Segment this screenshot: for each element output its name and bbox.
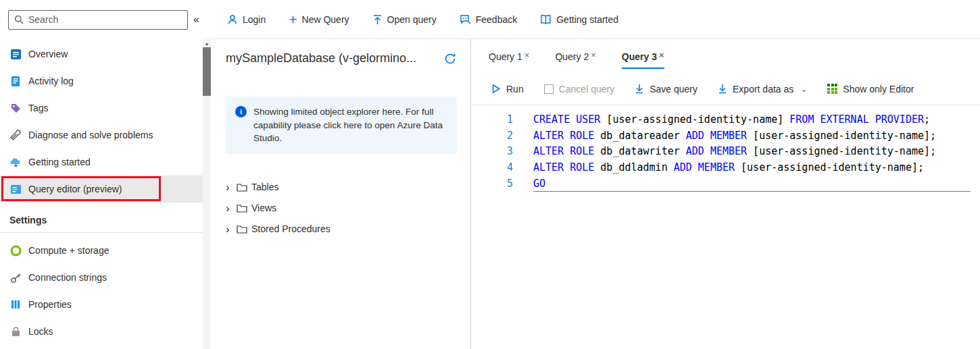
- login-button[interactable]: Login: [227, 14, 266, 25]
- database-title: mySampleDatabase (v-gelormino...: [226, 51, 416, 65]
- tree-item-tables[interactable]: › Tables: [226, 177, 457, 198]
- settings-section-header: Settings: [0, 203, 203, 233]
- close-icon[interactable]: ×: [659, 51, 664, 59]
- sidebar-item-label: Locks: [28, 326, 53, 337]
- export-data-button[interactable]: Export data as ⌄: [718, 84, 807, 95]
- close-icon[interactable]: ×: [591, 51, 596, 59]
- sidebar-item-overview[interactable]: Overview: [0, 41, 204, 68]
- sidebar-item-connection-strings[interactable]: Connection strings: [0, 264, 204, 291]
- sidebar-item-query-editor[interactable]: Query editor (preview): [0, 176, 204, 203]
- cancel-query-label: Cancel query: [559, 84, 615, 95]
- play-icon: [491, 84, 501, 94]
- sidebar-item-label: Tags: [28, 103, 49, 113]
- run-label: Run: [506, 84, 524, 95]
- code-line[interactable]: 4 ALTER ROLE db_ddladmin ADD MEMBER [use…: [471, 160, 980, 176]
- book-icon: [540, 14, 552, 25]
- info-banner: i Showing limited object explorer here. …: [226, 97, 457, 154]
- sql-database-icon: [9, 48, 22, 60]
- lock-icon: [9, 325, 22, 338]
- tab-label: Query 2: [555, 51, 589, 62]
- tab-query-2[interactable]: Query 2 ×: [555, 51, 595, 69]
- open-query-button[interactable]: Open query: [372, 14, 437, 25]
- plus-icon: +: [289, 12, 297, 26]
- getting-started-button[interactable]: Getting started: [540, 14, 618, 25]
- app-window: « Overview Activity log Tags: [0, 0, 980, 349]
- sidebar-item-tags[interactable]: Tags: [0, 95, 204, 122]
- info-banner-text: Showing limited object explorer here. Fo…: [253, 105, 447, 145]
- run-button[interactable]: Run: [491, 84, 524, 95]
- feedback-button[interactable]: Feedback: [460, 14, 517, 25]
- sidebar-item-getting-started[interactable]: Getting started: [0, 149, 204, 176]
- line-number: 2: [471, 128, 513, 144]
- info-icon: i: [235, 106, 247, 117]
- stop-icon: [544, 84, 554, 94]
- object-tree: › Tables › Views ›: [226, 177, 457, 240]
- person-icon: [227, 14, 238, 25]
- new-query-button[interactable]: + New Query: [289, 12, 349, 26]
- editor-toolbar: Run Cancel query Save query: [471, 73, 980, 105]
- sidebar-item-label: Diagnose and solve problems: [28, 130, 153, 140]
- properties-icon: [9, 298, 22, 311]
- collapse-sidebar-icon[interactable]: «: [193, 14, 199, 26]
- save-icon: [635, 84, 644, 94]
- compute-storage-icon: [9, 244, 22, 257]
- upload-icon: [372, 14, 383, 25]
- sidebar-item-properties[interactable]: Properties: [0, 291, 204, 318]
- sidebar: « Overview Activity log Tags: [0, 0, 211, 349]
- chevron-down-icon: ⌄: [800, 84, 807, 94]
- sidebar-scrollbar[interactable]: ▲: [203, 39, 211, 349]
- connection-strings-icon: [9, 271, 22, 284]
- sidebar-item-locks[interactable]: Locks: [0, 318, 204, 345]
- tree-item-label: Views: [251, 203, 276, 213]
- grid-icon: [827, 84, 837, 94]
- sidebar-item-label: Connection strings: [28, 272, 107, 283]
- search-icon: [14, 15, 24, 24]
- code-line[interactable]: 2 ALTER ROLE db_datareader ADD MEMBER [u…: [471, 128, 980, 144]
- chevron-right-icon[interactable]: ›: [226, 182, 235, 193]
- feedback-icon: [460, 14, 471, 25]
- save-query-button[interactable]: Save query: [635, 84, 697, 95]
- scrollbar-up-icon[interactable]: ▲: [203, 39, 211, 46]
- sidebar-item-label: Compute + storage: [28, 245, 109, 256]
- code-line[interactable]: 1 CREATE USER [user-assigned-identity-na…: [471, 112, 980, 128]
- tree-item-label: Tables: [251, 182, 278, 192]
- sidebar-item-compute-storage[interactable]: Compute + storage: [0, 237, 204, 264]
- object-explorer: mySampleDatabase (v-gelormino... i Showi…: [211, 39, 471, 349]
- export-data-label: Export data as: [733, 84, 793, 95]
- line-number: 5: [471, 176, 513, 192]
- chevron-right-icon[interactable]: ›: [226, 203, 235, 214]
- tab-label: Query 3: [622, 51, 657, 62]
- tree-item-stored-procedures[interactable]: › Stored Procedures: [226, 219, 457, 240]
- scrollbar-thumb[interactable]: [203, 47, 211, 96]
- sidebar-item-activity-log[interactable]: Activity log: [0, 68, 204, 95]
- open-query-label: Open query: [387, 14, 437, 25]
- sidebar-search-row: «: [0, 0, 211, 39]
- sidebar-nav: Overview Activity log Tags Diagnose and …: [0, 39, 211, 345]
- tab-query-3[interactable]: Query 3 ×: [622, 51, 664, 69]
- tab-query-1[interactable]: Query 1 ×: [489, 51, 529, 69]
- search-input[interactable]: [28, 14, 182, 25]
- login-label: Login: [243, 14, 266, 25]
- main-area: Login + New Query Open query: [211, 0, 980, 349]
- sidebar-item-label: Query editor (preview): [28, 184, 122, 194]
- feedback-label: Feedback: [476, 14, 517, 25]
- show-only-editor-button[interactable]: Show only Editor: [827, 84, 914, 95]
- search-box[interactable]: [8, 10, 188, 30]
- query-editor-icon: [9, 183, 22, 195]
- sidebar-item-diagnose[interactable]: Diagnose and solve problems: [0, 122, 204, 149]
- sql-code-editor[interactable]: 1 CREATE USER [user-assigned-identity-na…: [471, 105, 980, 349]
- cancel-query-button[interactable]: Cancel query: [544, 84, 615, 95]
- refresh-icon[interactable]: [443, 52, 457, 65]
- wrench-icon: [9, 129, 22, 141]
- command-bar: Login + New Query Open query: [211, 0, 980, 39]
- code-line[interactable]: 3 ALTER ROLE db_datawriter ADD MEMBER [u…: [471, 144, 980, 160]
- getting-started-icon: [9, 156, 22, 168]
- close-icon[interactable]: ×: [524, 51, 530, 59]
- save-query-label: Save query: [650, 84, 697, 95]
- tree-item-views[interactable]: › Views: [226, 198, 457, 219]
- chevron-right-icon[interactable]: ›: [226, 223, 235, 235]
- line-number: 4: [471, 160, 513, 176]
- tab-label: Query 1: [489, 51, 522, 62]
- content-area: mySampleDatabase (v-gelormino... i Showi…: [211, 39, 980, 349]
- code-line-current[interactable]: 5 GO: [471, 176, 980, 192]
